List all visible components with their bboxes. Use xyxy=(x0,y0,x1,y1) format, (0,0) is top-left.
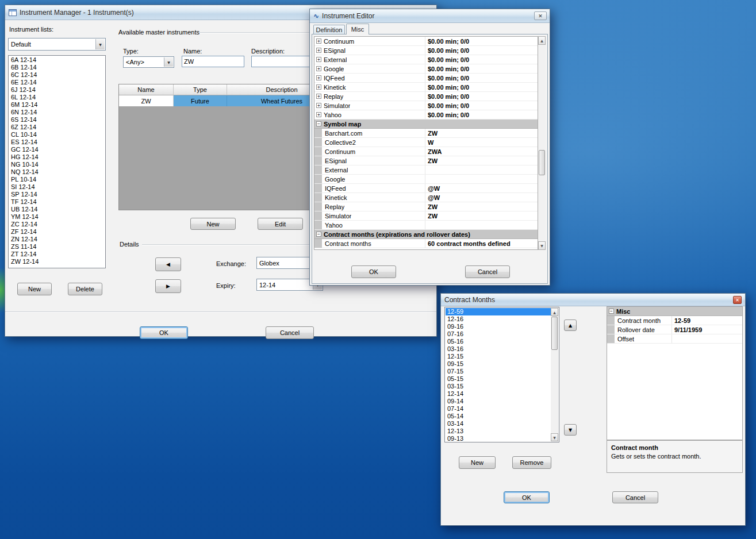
edit-master-instrument-button[interactable]: Edit xyxy=(258,218,303,230)
property-row[interactable]: Kinetick@W xyxy=(314,193,538,202)
contract-month-item[interactable]: 03-14 xyxy=(446,420,551,428)
property-category-row[interactable]: −Contract months (expirations and rollov… xyxy=(314,230,538,239)
property-value[interactable] xyxy=(425,165,538,174)
property-value[interactable]: $0.00 min; 0/0 xyxy=(425,64,538,73)
editor-property-grid[interactable]: +Continuum$0.00 min; 0/0+ESignal$0.00 mi… xyxy=(314,36,538,250)
contract-month-item[interactable]: 07-16 xyxy=(446,330,551,338)
table-cell[interactable]: Future xyxy=(174,95,227,106)
property-row[interactable]: SimulatorZW xyxy=(314,211,538,221)
property-value[interactable]: $0.00 min; 0/0 xyxy=(425,55,538,64)
instrument-list-item[interactable]: ZN 12-14 xyxy=(9,236,105,243)
contract-month-item[interactable]: 09-13 xyxy=(446,435,551,441)
property-row[interactable]: ContinuumZWA xyxy=(314,147,538,156)
property-row[interactable]: +Continuum$0.00 min; 0/0 xyxy=(314,37,538,46)
property-value[interactable]: ZW xyxy=(425,211,538,220)
contract-month-item[interactable]: 03-16 xyxy=(446,345,551,353)
contract-month-item[interactable]: 05-15 xyxy=(446,375,551,383)
expand-icon[interactable]: + xyxy=(316,66,321,71)
property-row[interactable]: +Simulator$0.00 min; 0/0 xyxy=(314,101,538,110)
property-row[interactable]: Collective2W xyxy=(314,138,538,147)
instrument-list-item[interactable]: 6L 12-14 xyxy=(9,94,105,101)
move-left-button[interactable]: ◀ xyxy=(155,257,181,271)
scrollbar-thumb[interactable] xyxy=(539,150,545,175)
property-row[interactable]: +External$0.00 min; 0/0 xyxy=(314,55,538,64)
collapse-icon[interactable]: − xyxy=(609,309,614,314)
collapse-icon[interactable]: − xyxy=(316,121,321,126)
instrument-list-item[interactable]: SP 12-14 xyxy=(9,191,105,198)
instrument-list-item[interactable]: ZC 12-14 xyxy=(9,221,105,228)
contract-month-item[interactable]: 09-15 xyxy=(446,360,551,368)
delete-list-button[interactable]: Delete xyxy=(68,283,102,295)
property-row[interactable]: +Yahoo$0.00 min; 0/0 xyxy=(314,110,538,120)
property-value[interactable]: ZW xyxy=(425,202,538,211)
contract-month-item[interactable]: 09-14 xyxy=(446,398,551,405)
property-row[interactable]: Yahoo xyxy=(314,221,538,230)
ok-button[interactable]: OK xyxy=(504,491,550,503)
contract-month-item[interactable]: 09-16 xyxy=(446,323,551,330)
instrument-list-item[interactable]: ES 12-14 xyxy=(9,138,105,146)
editor-grid-scrollbar[interactable]: ▲ ▼ xyxy=(538,36,546,250)
expand-icon[interactable]: + xyxy=(316,94,321,99)
property-row[interactable]: ESignalZW xyxy=(314,156,538,165)
property-value[interactable]: $0.00 min; 0/0 xyxy=(425,110,538,119)
instrument-list-item[interactable]: 6B 12-14 xyxy=(9,64,105,71)
property-value[interactable]: ZW xyxy=(425,156,538,165)
instrument-list-item[interactable]: SI 12-14 xyxy=(9,183,105,191)
expand-icon[interactable]: + xyxy=(316,38,321,44)
chevron-down-icon[interactable]: ▼ xyxy=(95,39,105,49)
instrument-list-item[interactable]: ZW 12-14 xyxy=(9,258,105,265)
instrument-list-item[interactable]: 6C 12-14 xyxy=(9,71,105,79)
instrument-list-item[interactable]: GC 12-14 xyxy=(9,146,105,153)
instrument-list-item[interactable]: 6S 12-14 xyxy=(9,116,105,124)
cancel-button[interactable]: Cancel xyxy=(465,265,510,278)
contract-month-item[interactable]: 12-16 xyxy=(446,315,551,323)
property-value[interactable]: $0.00 min; 0/0 xyxy=(425,74,538,82)
scroll-down-icon[interactable]: ▼ xyxy=(551,433,558,441)
expand-icon[interactable]: + xyxy=(316,112,321,117)
property-row[interactable]: Contract months60 contract months define… xyxy=(314,239,538,248)
instrument-list-selector[interactable]: Default ▼ xyxy=(8,38,106,51)
property-value[interactable]: 9/11/1959 xyxy=(671,325,742,334)
instrument-list-item[interactable]: 6E 12-14 xyxy=(9,79,105,86)
contract-month-item[interactable]: 12-14 xyxy=(446,390,551,398)
new-master-instrument-button[interactable]: New xyxy=(190,218,236,230)
tab-misc[interactable]: Misc xyxy=(346,24,369,34)
property-value[interactable]: $0.00 min; 0/0 xyxy=(425,101,538,110)
instrument-list-item[interactable]: 6N 12-14 xyxy=(9,109,105,116)
remove-contract-month-button[interactable]: Remove xyxy=(512,456,551,469)
property-value[interactable]: @W xyxy=(425,193,538,202)
collapse-icon[interactable]: − xyxy=(316,232,321,237)
move-down-button[interactable]: ▼ xyxy=(564,424,577,436)
contract-month-item[interactable]: 07-14 xyxy=(446,405,551,413)
property-row[interactable]: +IQFeed$0.00 min; 0/0 xyxy=(314,74,538,83)
column-header[interactable]: Name xyxy=(119,84,174,95)
instrument-list-item[interactable]: ZS 11-14 xyxy=(9,243,105,251)
property-row[interactable]: Rollover date9/11/1959 xyxy=(607,325,742,334)
ok-button[interactable]: OK xyxy=(351,265,396,278)
cancel-button[interactable]: Cancel xyxy=(266,326,314,339)
scroll-down-icon[interactable]: ▼ xyxy=(538,241,546,250)
property-value[interactable]: @W xyxy=(425,184,538,192)
property-value[interactable] xyxy=(671,334,742,343)
property-value[interactable]: $0.00 min; 0/0 xyxy=(425,92,538,101)
property-value[interactable]: $0.00 min; 0/0 xyxy=(425,83,538,91)
property-value[interactable] xyxy=(425,221,538,229)
scrollbar-thumb[interactable] xyxy=(551,317,558,350)
instrument-list-item[interactable]: NG 10-14 xyxy=(9,161,105,168)
type-selector[interactable]: <Any> ▼ xyxy=(123,56,174,68)
property-value[interactable]: $0.00 min; 0/0 xyxy=(425,46,538,55)
scroll-up-icon[interactable]: ▲ xyxy=(538,36,546,45)
contract-month-item[interactable]: 12-59 xyxy=(446,308,551,315)
cancel-button[interactable]: Cancel xyxy=(612,491,658,503)
property-value[interactable]: 60 contract months defined xyxy=(425,239,538,248)
instrument-list-item[interactable]: HG 12-14 xyxy=(9,153,105,161)
instrument-editor-titlebar[interactable]: ∿ Instrument Editor xyxy=(310,9,550,23)
scroll-up-icon[interactable]: ▲ xyxy=(551,308,558,316)
chevron-down-icon[interactable]: ▼ xyxy=(164,57,173,67)
contract-month-item[interactable]: 12-13 xyxy=(446,428,551,435)
instrument-list-item[interactable]: 6Z 12-14 xyxy=(9,124,105,131)
property-row[interactable]: IQFeed@W xyxy=(314,184,538,193)
property-value[interactable]: $0.00 min; 0/0 xyxy=(425,37,538,45)
instrument-list-item[interactable]: PL 10-14 xyxy=(9,176,105,183)
property-row[interactable]: Offset xyxy=(607,334,742,344)
